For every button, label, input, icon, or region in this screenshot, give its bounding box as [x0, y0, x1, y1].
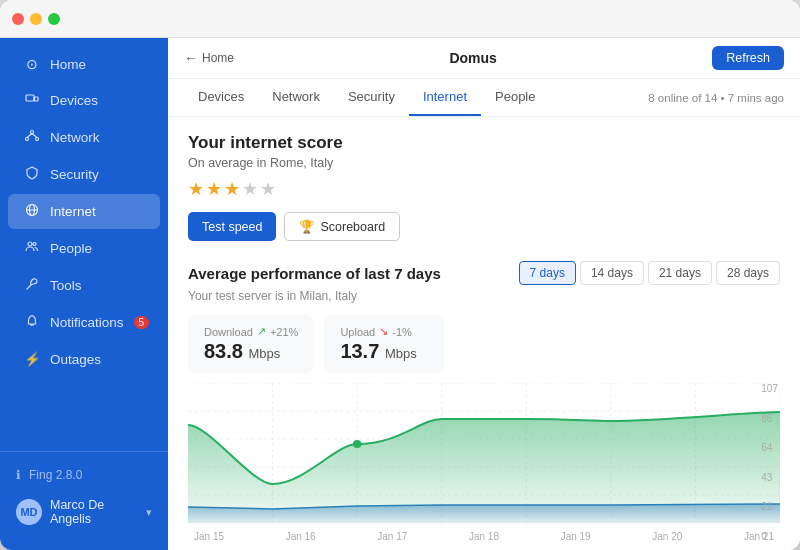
sidebar-item-internet[interactable]: Internet [8, 194, 160, 229]
refresh-button[interactable]: Refresh [712, 46, 784, 70]
star-3: ★ [224, 178, 240, 200]
close-button[interactable] [12, 13, 24, 25]
download-stat: Download ↗ +21% 83.8 Mbps [188, 315, 314, 373]
sidebar-item-devices[interactable]: Devices [8, 83, 160, 118]
people-icon [24, 240, 40, 257]
sidebar-item-label: Network [50, 130, 100, 145]
y-axis-labels: 107 86 64 43 21 0 [759, 383, 780, 542]
x-label: Jan 18 [469, 531, 499, 542]
sidebar-item-outages[interactable]: ⚡ Outages [8, 342, 160, 376]
content-area: ← Home Domus Refresh Devices Network Sec… [168, 38, 800, 550]
chart-area: 107 86 64 43 21 0 Jan 15 Jan 16 Jan 17 [188, 383, 780, 542]
app-window: ⊙ Home Devices [0, 0, 800, 550]
svg-point-11 [33, 243, 36, 246]
period-21days[interactable]: 21 days [648, 261, 712, 285]
star-4: ★ [242, 178, 258, 200]
home-icon: ⊙ [24, 56, 40, 72]
info-icon: ℹ [16, 468, 21, 482]
score-subtitle: On average in Rome, Italy [188, 156, 780, 170]
x-label: Jan 20 [652, 531, 682, 542]
avatar: MD [16, 499, 42, 525]
sidebar-item-network[interactable]: Network [8, 120, 160, 155]
maximize-button[interactable] [48, 13, 60, 25]
y-label: 86 [761, 413, 778, 424]
chart-dot [353, 440, 361, 448]
version-info: ℹ Fing 2.8.0 [0, 460, 168, 490]
period-14days[interactable]: 14 days [580, 261, 644, 285]
test-speed-button[interactable]: Test speed [188, 212, 276, 241]
tab-internet[interactable]: Internet [409, 79, 481, 116]
sidebar-item-label: Devices [50, 93, 98, 108]
score-title: Your internet score [188, 133, 780, 153]
sidebar-item-notifications[interactable]: Notifications 5 [8, 305, 160, 340]
tab-network[interactable]: Network [258, 79, 334, 116]
y-label: 21 [761, 501, 778, 512]
upload-unit: Mbps [385, 346, 417, 361]
action-buttons: Test speed 🏆 Scoreboard [188, 212, 780, 241]
sidebar-item-home[interactable]: ⊙ Home [8, 47, 160, 81]
svg-rect-0 [26, 95, 34, 101]
notification-badge: 5 [134, 316, 150, 329]
chevron-down-icon: ▾ [146, 506, 152, 519]
x-label: Jan 19 [561, 531, 591, 542]
performance-subtitle: Your test server is in Milan, Italy [188, 289, 780, 303]
download-pct: +21% [270, 326, 298, 338]
sidebar-item-security[interactable]: Security [8, 157, 160, 192]
up-arrow-icon: ↗ [257, 325, 266, 338]
svg-point-3 [26, 138, 29, 141]
user-profile[interactable]: MD Marco De Angelis ▾ [0, 490, 168, 534]
performance-title: Average performance of last 7 days [188, 265, 519, 282]
main-layout: ⊙ Home Devices [0, 38, 800, 550]
download-value: 83.8 Mbps [204, 340, 298, 363]
sidebar-item-people[interactable]: People [8, 231, 160, 266]
y-label: 64 [761, 442, 778, 453]
scoreboard-button[interactable]: 🏆 Scoreboard [284, 212, 400, 241]
period-28days[interactable]: 28 days [716, 261, 780, 285]
sidebar: ⊙ Home Devices [0, 38, 168, 550]
y-label: 0 [761, 531, 778, 542]
period-buttons: 7 days 14 days 21 days 28 days [519, 261, 780, 285]
svg-point-4 [36, 138, 39, 141]
sidebar-item-label: Tools [50, 278, 82, 293]
x-label: Jan 16 [286, 531, 316, 542]
page-title: Domus [234, 50, 712, 66]
sidebar-item-label: Home [50, 57, 86, 72]
tab-people[interactable]: People [481, 79, 549, 116]
upload-value: 13.7 Mbps [340, 340, 428, 363]
traffic-lights [12, 13, 60, 25]
network-icon [24, 129, 40, 146]
star-1: ★ [188, 178, 204, 200]
chart-svg-container [188, 383, 780, 527]
main-content: Your internet score On average in Rome, … [168, 117, 800, 550]
svg-point-2 [31, 131, 34, 134]
tab-security[interactable]: Security [334, 79, 409, 116]
sidebar-item-tools[interactable]: Tools [8, 268, 160, 303]
top-bar: ← Home Domus Refresh [168, 38, 800, 79]
sidebar-bottom: ℹ Fing 2.8.0 MD Marco De Angelis ▾ [0, 451, 168, 542]
back-link[interactable]: ← Home [184, 50, 234, 66]
performance-header: Average performance of last 7 days 7 day… [188, 261, 780, 285]
user-name: Marco De Angelis [50, 498, 138, 526]
trophy-icon: 🏆 [299, 219, 315, 234]
upload-label: Upload ↘ -1% [340, 325, 428, 338]
star-rating: ★ ★ ★ ★ ★ [188, 178, 780, 200]
lightning-icon: ⚡ [24, 351, 40, 367]
title-bar [0, 0, 800, 38]
globe-icon [24, 203, 40, 220]
stats-row: Download ↗ +21% 83.8 Mbps Upload ↘ [188, 315, 780, 373]
tab-devices[interactable]: Devices [184, 79, 258, 116]
svg-line-6 [32, 134, 37, 138]
bell-icon [24, 314, 40, 331]
chart-wrapper: 107 86 64 43 21 0 [188, 383, 780, 527]
sidebar-item-label: People [50, 241, 92, 256]
back-arrow-icon: ← [184, 50, 198, 66]
download-unit: Mbps [249, 346, 281, 361]
shield-icon [24, 166, 40, 183]
sidebar-item-label: Internet [50, 204, 96, 219]
back-label: Home [202, 51, 234, 65]
period-7days[interactable]: 7 days [519, 261, 576, 285]
sidebar-item-label: Security [50, 167, 99, 182]
sidebar-item-label: Outages [50, 352, 101, 367]
x-label: Jan 17 [377, 531, 407, 542]
minimize-button[interactable] [30, 13, 42, 25]
